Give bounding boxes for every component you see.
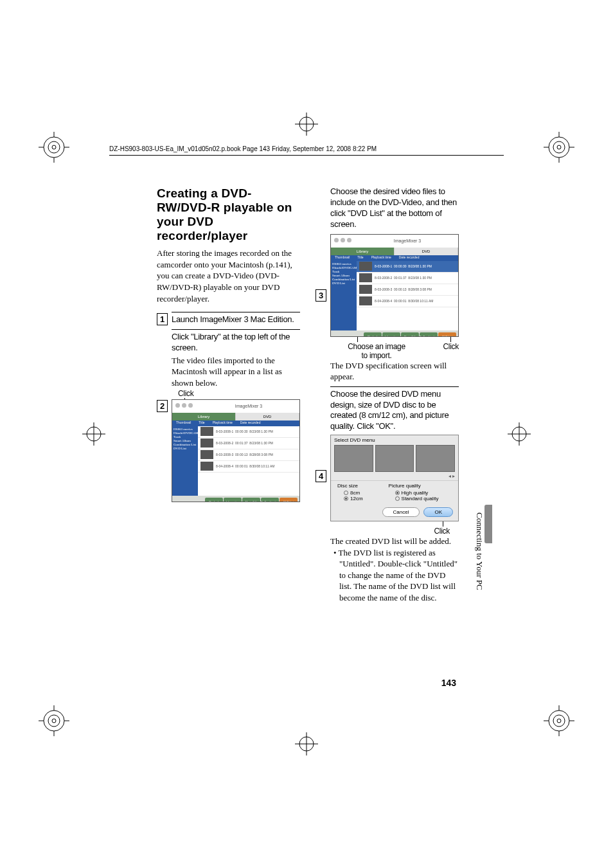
register-mr	[508, 422, 531, 446]
cropmark-tl	[39, 132, 69, 163]
click-callout: Click	[178, 389, 194, 398]
tab-library: Library	[331, 248, 395, 255]
step-4-bullet: • The DVD list is registered as "Untitle…	[330, 547, 459, 604]
shot-btn: To Combination List	[261, 498, 279, 502]
page-title: Creating a DVD-RW/DVD-R playable on your…	[157, 186, 300, 242]
pq-label: Picture quality	[389, 483, 439, 489]
register-mt	[295, 113, 318, 136]
page-number: 143	[441, 678, 456, 688]
screenshot-library: ImageMixer 3 Library DVD ThumbnailTitleP…	[172, 399, 300, 502]
left-column: Creating a DVD-RW/DVD-R playable on your…	[157, 186, 300, 608]
shot-title: ImageMixer 3	[198, 400, 299, 413]
step-3: 3 Choose the desired video files to incl…	[315, 186, 459, 383]
radio-8cm	[344, 491, 348, 495]
step-number: 3	[315, 289, 326, 302]
register-mb	[295, 732, 318, 755]
shot-list: 8-03-2008-1 00:00:30 8/23/08 1:30 PM 8-0…	[357, 261, 458, 330]
ok-button: OK	[423, 507, 453, 517]
right-column: 3 Choose the desired video files to incl…	[315, 186, 459, 608]
shot-sidebar: HS803 moviesHitachi/DVDCAMTrashSmart Alb…	[331, 261, 357, 330]
tab-dvd: DVD	[395, 248, 458, 255]
cropmark-br	[544, 705, 574, 736]
click-callout: Click	[434, 527, 450, 536]
dvd-menu-dialog: Select DVD menu ◂ ▸ Disc size 8cm 12cm P…	[330, 435, 459, 521]
disc-size-label: Disc size	[337, 483, 363, 489]
step-3-sub: The DVD specification screen will appear…	[330, 360, 459, 383]
header-text: DZ-HS903-803-US-Ea_IM_v01d05n02.p.book P…	[109, 145, 377, 152]
list-item: 8-03-2008-2 00:01:37 8/23/08 1:30 PM	[198, 438, 299, 449]
step-2-sub: The video files imported to the Macintos…	[172, 355, 300, 389]
step-4-lead: Choose the desired DVD menu design, size…	[330, 389, 459, 433]
radio-high	[395, 491, 400, 495]
screenshot-select: ImageMixer 3 Library DVD ThumbnailTitleP…	[330, 234, 459, 337]
svg-point-2	[52, 145, 56, 149]
shot-title: ImageMixer 3	[357, 235, 458, 248]
step-1-text: Launch ImageMixer 3 Mac Edition.	[172, 314, 300, 325]
click-callout: Click	[443, 342, 459, 351]
step-4: 4 Choose the desired DVD menu design, si…	[315, 386, 459, 604]
section-label: Connecting to Your PC	[474, 512, 484, 590]
intro-text: After storing the images recorded on the…	[157, 248, 300, 304]
tab-library: Library	[172, 413, 236, 420]
svg-point-23	[557, 719, 561, 723]
step-number: 1	[157, 313, 168, 325]
arrows-icon: ◂ ▸	[331, 472, 458, 480]
step-4-sub: The created DVD list will be added.	[330, 536, 459, 547]
step-number: 4	[315, 470, 326, 482]
cropmark-bl	[39, 705, 69, 736]
step-2-lead: Click "Library" at the top left of the s…	[172, 332, 300, 354]
svg-point-16	[52, 719, 56, 723]
list-item: 8-03-2008-1 00:00:30 8/23/08 1:30 PM	[198, 426, 299, 438]
running-header: DZ-HS903-803-US-Ea_IM_v01d05n02.p.book P…	[109, 145, 504, 156]
svg-point-9	[557, 145, 561, 149]
step-3-lead: Choose the desired video files to includ…	[330, 186, 459, 230]
step-1: 1 Launch ImageMixer 3 Mac Edition.	[157, 312, 300, 325]
list-item: 8-04-2008-4 00:00:01 8/30/08 10:11 AM	[198, 461, 299, 473]
choose-callout: Choose an image to import.	[344, 342, 409, 360]
dialog-title: Select DVD menu	[331, 435, 458, 445]
shot-btn: Information	[224, 498, 242, 502]
shot-btn: Playback	[205, 498, 223, 502]
radio-standard	[395, 496, 400, 501]
shot-list: 8-03-2008-1 00:00:30 8/23/08 1:30 PM 8-0…	[198, 426, 299, 496]
shot-sidebar: HS803 moviesHitachi/DVDCAMTrashSmart Alb…	[172, 426, 198, 496]
step-number: 2	[157, 400, 168, 412]
cropmark-tr	[544, 132, 574, 163]
list-item: 8-03-2008-3 00:00:13 8/28/08 3:08 PM	[198, 449, 299, 461]
page-content: Creating a DVD-RW/DVD-R playable on your…	[157, 186, 459, 608]
register-ml	[82, 422, 105, 446]
side-tab	[484, 505, 492, 543]
shot-btn-dvdlist: DVD List	[280, 498, 298, 502]
tab-dvd: DVD	[236, 413, 299, 420]
picture-quality-group: Picture quality High quality Standard qu…	[389, 483, 439, 502]
shot-btn: Movie Edit	[242, 498, 260, 502]
radio-12cm	[344, 496, 348, 501]
cancel-button: Cancel	[382, 507, 420, 517]
disc-size-group: Disc size 8cm 12cm	[337, 483, 363, 502]
step-2: 2 Click "Library" at the top left of the…	[157, 329, 300, 502]
